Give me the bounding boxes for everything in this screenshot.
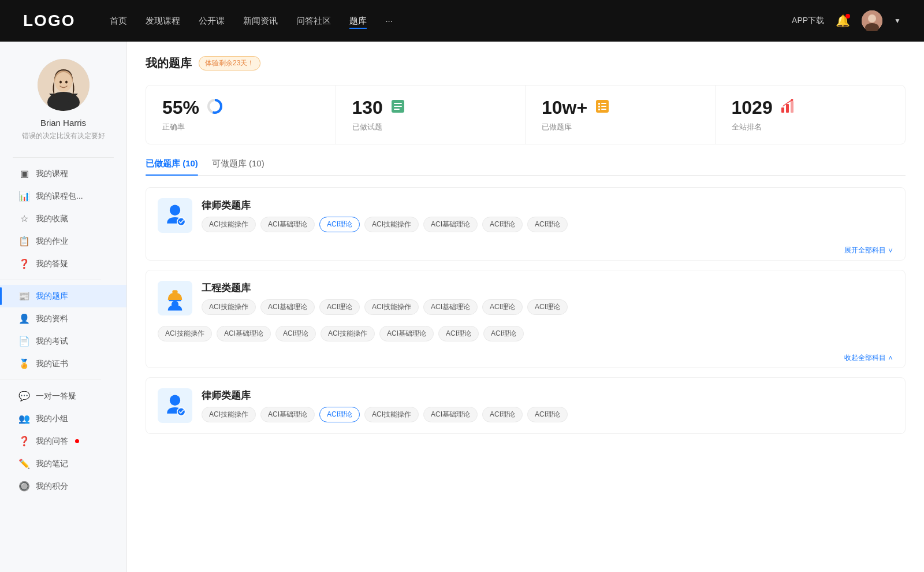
stat-label-banks: 已做题库 [542,122,699,132]
nav-right-area: APP下载 🔔 ▼ [792,10,901,31]
bank-card-engineer: 工程类题库 ACI技能操作 ACI基础理论 ACI理论 ACI技能操作 ACI基… [146,270,906,368]
page-title: 我的题库 [146,55,192,71]
svg-point-11 [211,103,218,110]
top-navigation: LOGO 首页 发现课程 公开课 新闻资讯 问答社区 题库 ··· APP下载 … [0,0,924,42]
tag[interactable]: ACI理论 [527,407,568,422]
sidebar-item-label: 我的小组 [36,414,68,424]
sidebar-item-qa[interactable]: ❓ 我的问答 [0,430,126,452]
tag[interactable]: ACI技能操作 [364,407,419,422]
expand-button-lawyer-1[interactable]: 展开全部科目 ∨ [844,246,893,255]
notes-icon: ✏️ [18,458,30,469]
sidebar-item-label: 我的积分 [36,481,68,492]
donut-chart-icon [206,98,223,115]
collapse-button-engineer[interactable]: 收起全部科目 ∧ [844,353,893,363]
tag[interactable]: ACI理论 [482,299,523,315]
tag-active[interactable]: ACI理论 [319,217,360,232]
sidebar: Brian Harris 错误的决定比没有决定要好 ▣ 我的课程 📊 我的课程包… [0,42,127,572]
sidebar-item-notes[interactable]: ✏️ 我的笔记 [0,452,126,475]
sidebar-item-my-course[interactable]: ▣ 我的课程 [0,162,126,185]
sidebar-item-bank[interactable]: 📰 我的题库 [0,285,126,307]
bank-card-header-lawyer-1: 律师类题库 ACI技能操作 ACI基础理论 ACI理论 ACI技能操作 ACI基… [146,188,905,243]
tag[interactable]: ACI基础理论 [260,217,315,232]
profile-icon: 👤 [18,313,30,324]
tag[interactable]: ACI理论 [527,299,568,315]
tag[interactable]: ACI理论 [275,326,316,341]
tag[interactable]: ACI理论 [438,326,479,341]
stats-row: 55% 正确率 130 [146,85,906,144]
1v1-icon: 💬 [18,391,30,402]
tag[interactable]: ACI理论 [483,326,524,341]
bank-list-icon [594,98,610,118]
nav-more[interactable]: ··· [385,13,393,29]
tag[interactable]: ACI理论 [482,217,523,232]
sidebar-item-label: 我的课程 [36,169,68,179]
question-list-icon [390,98,406,118]
sidebar-divider-1 [0,280,101,280]
nav-discover[interactable]: 发现课程 [146,13,180,29]
avatar-dropdown-arrow[interactable]: ▼ [894,17,901,25]
user-motto: 错误的决定比没有决定要好 [13,131,114,141]
tag[interactable]: ACI基础理论 [260,299,315,315]
sidebar-item-answers[interactable]: ❓ 我的答疑 [0,252,126,275]
svg-rect-15 [394,109,400,110]
nav-open-course[interactable]: 公开课 [199,13,225,29]
bank-tags-engineer-row2: ACI技能操作 ACI基础理论 ACI理论 ACI技能操作 ACI基础理论 AC… [158,326,893,341]
tag[interactable]: ACI技能操作 [158,326,212,341]
stat-top-ranking: 1029 [732,97,889,118]
sidebar-item-course-package[interactable]: 📊 我的课程包... [0,185,126,207]
stat-value-ranking: 1029 [732,97,773,118]
answers-icon: ❓ [18,258,30,269]
avatar[interactable] [862,10,882,31]
tag[interactable]: ACI基础理论 [423,217,478,232]
tag[interactable]: ACI基础理论 [379,326,434,341]
bank-icon-lawyer-2 [158,388,192,423]
trial-badge: 体验剩余23天！ [199,56,260,70]
bank-card-footer-engineer: 收起全部科目 ∧ [146,351,905,367]
sidebar-menu: ▣ 我的课程 📊 我的课程包... ☆ 我的收藏 📋 我的作业 ❓ 我的答疑 📰 [0,162,126,497]
sidebar-item-1v1[interactable]: 💬 一对一答疑 [0,385,126,407]
svg-rect-19 [598,106,600,107]
tag[interactable]: ACI技能操作 [364,217,419,232]
sidebar-item-favorites[interactable]: ☆ 我的收藏 [0,207,126,230]
lawyer-icon-2 [162,392,188,419]
sidebar-item-certificate[interactable]: 🏅 我的证书 [0,352,126,375]
nav-bank[interactable]: 题库 [349,13,367,29]
ranking-icon-svg [780,98,796,114]
tag[interactable]: ACI理论 [319,299,360,315]
notification-bell[interactable]: 🔔 [836,14,850,28]
sidebar-item-label: 我的答疑 [36,259,68,269]
tag[interactable]: ACI理论 [527,217,568,232]
tab-done[interactable]: 已做题库 (10) [146,158,198,175]
tag[interactable]: ACI技能操作 [202,217,256,232]
bank-tags-lawyer-2: ACI技能操作 ACI基础理论 ACI理论 ACI技能操作 ACI基础理论 AC… [202,407,568,422]
sidebar-item-points[interactable]: 🔘 我的积分 [0,475,126,497]
tab-available[interactable]: 可做题库 (10) [212,158,264,175]
bank-name-engineer: 工程类题库 [202,281,568,295]
app-download-button[interactable]: APP下载 [792,16,824,26]
tag-active[interactable]: ACI理论 [319,407,360,422]
tag[interactable]: ACI技能操作 [202,299,256,315]
svg-point-8 [65,81,68,84]
sidebar-divider-2 [0,380,101,380]
tag[interactable]: ACI基础理论 [217,326,271,341]
bank-card-lawyer-2: 律师类题库 ACI技能操作 ACI基础理论 ACI理论 ACI技能操作 ACI基… [146,377,906,434]
tag[interactable]: ACI技能操作 [364,299,419,315]
nav-qa[interactable]: 问答社区 [296,13,331,29]
sidebar-item-homework[interactable]: 📋 我的作业 [0,230,126,252]
bank-card-header-lawyer-2: 律师类题库 ACI技能操作 ACI基础理论 ACI理论 ACI技能操作 ACI基… [146,378,905,433]
tag[interactable]: ACI基础理论 [260,407,315,422]
tag[interactable]: ACI理论 [482,407,523,422]
tag[interactable]: ACI技能操作 [202,407,256,422]
tag[interactable]: ACI技能操作 [321,326,375,341]
nav-home[interactable]: 首页 [110,13,127,29]
tag[interactable]: ACI基础理论 [423,407,478,422]
sidebar-item-profile[interactable]: 👤 我的资料 [0,307,126,330]
tag[interactable]: ACI基础理论 [423,299,478,315]
sidebar-item-exam[interactable]: 📄 我的考试 [0,330,126,352]
sidebar-divider-top [13,157,114,158]
svg-rect-30 [172,290,177,294]
nav-news[interactable]: 新闻资讯 [243,13,278,29]
sidebar-item-group[interactable]: 👥 我的小组 [0,407,126,430]
svg-point-6 [55,72,72,92]
nav-links: 首页 发现课程 公开课 新闻资讯 问答社区 题库 ··· [110,13,792,29]
